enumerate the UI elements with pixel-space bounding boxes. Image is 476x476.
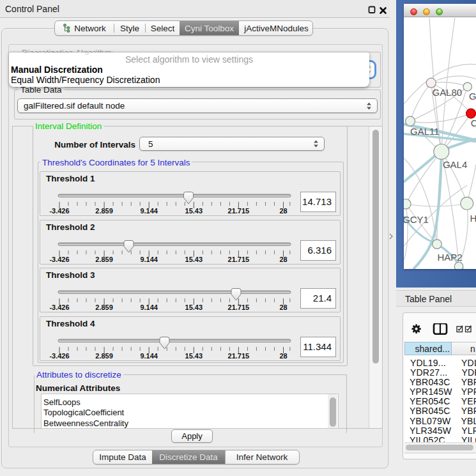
svg-text:GAL80: GAL80 (433, 87, 463, 98)
svg-text:GAL11: GAL11 (410, 126, 439, 137)
svg-text:-3.426: -3.426 (49, 207, 69, 215)
svg-text:GA: GA (469, 91, 476, 102)
svg-text:2.859: 2.859 (95, 207, 113, 215)
svg-text:21.715: 21.715 (228, 207, 250, 215)
svg-text:9.144: 9.144 (140, 207, 158, 215)
svg-text:GAL4: GAL4 (443, 159, 467, 170)
svg-text:H: H (470, 213, 476, 224)
svg-text:28: 28 (279, 207, 287, 215)
svg-text:15.43: 15.43 (185, 207, 203, 215)
svg-text:C: C (471, 118, 476, 128)
svg-text:GCY1: GCY1 (404, 214, 429, 225)
svg-text:HAP2: HAP2 (438, 252, 463, 263)
